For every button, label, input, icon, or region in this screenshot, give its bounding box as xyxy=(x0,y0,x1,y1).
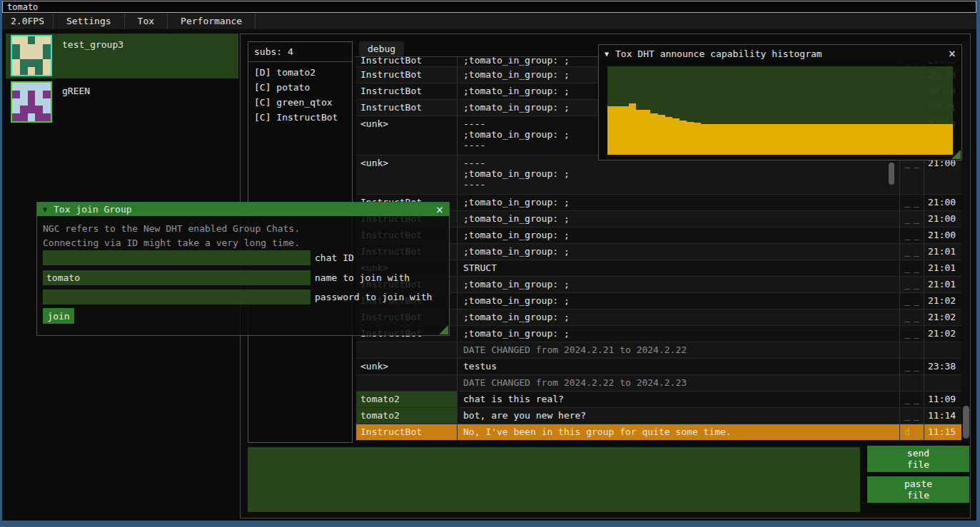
join-group-titlebar[interactable]: ▼ Tox join Group × xyxy=(37,203,449,216)
avatar-pixel xyxy=(43,91,51,98)
chat-scrollbar-thumb[interactable] xyxy=(963,406,969,439)
join-password-row: password to join with xyxy=(43,290,432,305)
message-author: InstructBot xyxy=(356,83,458,99)
tab-debug[interactable]: debug xyxy=(359,41,404,56)
paste-file-button[interactable]: paste file xyxy=(867,476,969,503)
avatar-pixel xyxy=(35,113,43,121)
message-author: <unk> xyxy=(356,116,458,155)
join-group-title: Tox join Group xyxy=(54,204,436,215)
message-timestamp: 21:00 xyxy=(924,227,961,243)
group-item-gREEN[interactable]: gREEN xyxy=(6,80,238,125)
close-icon[interactable]: × xyxy=(436,205,443,215)
histogram-bar xyxy=(680,121,687,155)
histogram-bar xyxy=(916,124,924,155)
join-button[interactable]: join xyxy=(43,308,74,324)
group-item-test_group3[interactable]: test_group3 xyxy=(6,34,238,78)
chat-row: tomato2chat is this real?__11:09 xyxy=(356,392,961,408)
message-author: InstructBot xyxy=(356,424,458,440)
avatar-pixel xyxy=(12,83,20,91)
chat-id-label: chat ID xyxy=(315,250,354,265)
histogram-bar xyxy=(830,124,837,155)
resize-grip-icon[interactable] xyxy=(439,325,448,334)
message-flags: __ xyxy=(900,326,924,342)
window-title: tomato xyxy=(7,2,38,12)
message-input[interactable] xyxy=(248,447,860,512)
message-author: InstructBot xyxy=(356,67,458,83)
member-item[interactable]: [C] green_qtox xyxy=(248,95,352,110)
menu-item-performance[interactable]: Performance xyxy=(168,14,256,29)
message-timestamp: 21:00 xyxy=(924,211,961,227)
avatar-pixel xyxy=(12,113,20,121)
histogram-bar xyxy=(729,124,737,155)
histogram-bar xyxy=(701,124,708,155)
member-item[interactable]: [C] InstructBot xyxy=(248,110,352,125)
avatar-pixel xyxy=(35,98,43,106)
chat-id-input[interactable] xyxy=(43,250,310,265)
histogram-bar xyxy=(752,124,759,155)
message-flags: __ xyxy=(900,195,924,210)
histogram-bar xyxy=(759,124,766,155)
message-author xyxy=(356,375,458,391)
histogram-bar xyxy=(687,122,694,155)
chat-row: InstructBotNo, I've been in this group f… xyxy=(356,424,961,441)
resize-grip-icon[interactable] xyxy=(951,150,961,159)
message-flags: d_ xyxy=(900,424,924,440)
histogram-bar xyxy=(636,110,643,155)
avatar-pixel xyxy=(35,59,43,67)
histogram-bar xyxy=(658,115,665,155)
member-item[interactable]: [C] potato xyxy=(248,80,352,95)
avatar-pixel xyxy=(43,113,51,121)
close-icon[interactable]: × xyxy=(949,48,956,58)
chat-id-row: chat ID xyxy=(43,250,354,265)
join-password-label: password to join with xyxy=(315,290,432,305)
collapse-arrow-icon[interactable]: ▼ xyxy=(605,50,609,58)
window-titlebar[interactable]: tomato xyxy=(2,1,976,13)
collapse-arrow-icon[interactable]: ▼ xyxy=(43,205,47,213)
menu-item-settings[interactable]: Settings xyxy=(54,14,125,29)
member-item[interactable]: [D] tomato2 xyxy=(248,65,352,80)
message-text: ;tomato_in_group: ; xyxy=(458,309,900,325)
system-row: DATE CHANGED from 2024.2.22 to 2024.2.23 xyxy=(356,375,961,392)
histogram-bar xyxy=(629,103,636,155)
chat-scrollbar-track[interactable] xyxy=(962,41,970,441)
message-flags: __ xyxy=(900,227,924,243)
histogram-bar xyxy=(909,124,916,155)
avatar-pixel xyxy=(43,67,51,75)
avatar-pixel xyxy=(12,52,20,60)
histogram-bar xyxy=(715,124,722,155)
histogram-bar xyxy=(694,123,701,155)
send-file-button[interactable]: send file xyxy=(867,446,969,472)
message-flags: __ xyxy=(900,260,924,276)
message-text: No, I've been in this group for quite so… xyxy=(458,424,900,440)
join-name-input[interactable] xyxy=(43,270,310,285)
avatar-pixel xyxy=(12,106,20,113)
message-timestamp: 11:15 xyxy=(924,424,961,440)
subs-count: subs: 4 xyxy=(248,42,352,60)
histogram-bar xyxy=(802,124,809,155)
message-timestamp xyxy=(924,375,961,391)
avatar-pixel xyxy=(43,83,51,91)
avatar-pixel xyxy=(20,67,28,75)
histogram-titlebar[interactable]: ▼ Tox DHT announce capability histogram … xyxy=(599,45,961,62)
menu-item-tox[interactable]: Tox xyxy=(125,14,168,29)
system-row: DATE CHANGED from 2024.2.21 to 2024.2.22 xyxy=(356,342,961,359)
message-timestamp: 21:02 xyxy=(924,293,961,309)
message-author: tomato2 xyxy=(356,392,458,407)
avatar-pixel xyxy=(12,67,20,75)
histogram-bar xyxy=(845,124,852,155)
avatar-pixel xyxy=(12,98,20,106)
join-name-label: name to join with xyxy=(315,270,410,285)
histogram-bar xyxy=(816,124,823,155)
app-frame: tomato 2.0FPS SettingsToxPerformance tes… xyxy=(0,0,980,527)
join-password-input[interactable] xyxy=(43,290,310,305)
histogram-bar xyxy=(823,124,830,155)
histogram-bar xyxy=(902,124,909,155)
message-text: DATE CHANGED from 2024.2.21 to 2024.2.22 xyxy=(458,342,900,358)
chat-log-scrollbar-thumb[interactable] xyxy=(889,163,894,185)
message-flags xyxy=(900,342,924,358)
message-timestamp: 21:01 xyxy=(924,244,961,260)
histogram-plot xyxy=(607,66,953,155)
avatar-pixel xyxy=(12,59,20,67)
message-text: ;tomato_in_group: ; xyxy=(458,277,900,292)
member-list: [D] tomato2[C] potato[C] green_qtox[C] I… xyxy=(248,65,352,125)
